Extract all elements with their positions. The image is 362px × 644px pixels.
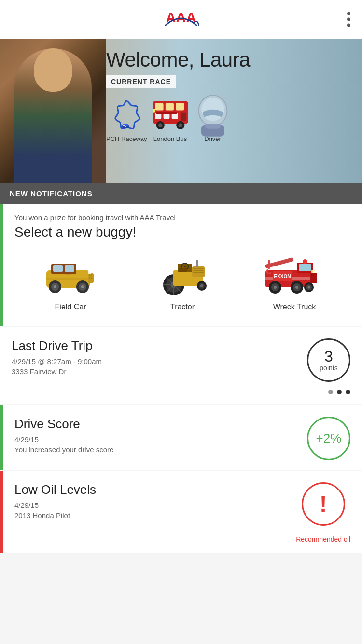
svg-point-17 — [178, 124, 182, 128]
svg-rect-29 — [65, 274, 71, 275]
svg-point-15 — [158, 124, 162, 128]
buggy-title: Select a new buggy! — [14, 224, 350, 240]
svg-point-83 — [303, 259, 307, 264]
points-label: points — [320, 364, 337, 372]
hero-section: Welcome, Laura CURRENT RACE — [0, 39, 362, 183]
svg-rect-32 — [91, 274, 92, 276]
svg-point-41 — [88, 270, 92, 274]
svg-rect-61 — [179, 268, 187, 272]
wreck-truck-label: Wreck Truck — [273, 303, 316, 311]
svg-rect-6 — [155, 103, 163, 111]
svg-point-37 — [54, 285, 56, 288]
page-dot-2 — [337, 390, 342, 394]
menu-dot-1 — [347, 12, 350, 15]
points-number: 3 — [324, 349, 333, 364]
score-value: +2% — [316, 431, 342, 446]
svg-rect-33 — [89, 277, 90, 279]
buggy-wreck-truck[interactable]: EXXON — [263, 254, 326, 311]
welcome-message: Welcome, Laura — [106, 48, 354, 71]
drive-score-description: You increased your drive score — [14, 446, 113, 454]
race-item-driver[interactable]: Driver — [194, 98, 232, 142]
menu-dot-2 — [347, 18, 350, 21]
svg-rect-50 — [192, 266, 205, 277]
drive-score-value-area: +2% — [307, 417, 350, 460]
svg-rect-8 — [176, 103, 184, 111]
svg-rect-52 — [193, 270, 204, 271]
svg-point-79 — [295, 286, 298, 289]
oil-alert-circle: ! — [302, 482, 345, 526]
buggy-options-list: Field Car — [14, 250, 350, 316]
drive-trip-score: 3 points — [307, 338, 350, 394]
svg-rect-51 — [193, 268, 204, 269]
hero-content: Welcome, Laura CURRENT RACE — [97, 39, 362, 147]
oil-title: Low Oil Levels — [14, 482, 96, 497]
driver-label: Driver — [204, 135, 221, 142]
drive-trip-date: 4/29/15 @ 8:27am - 9:00am — [12, 357, 102, 365]
svg-rect-71 — [311, 274, 312, 276]
user-photo — [0, 39, 106, 183]
pagination-dots — [328, 390, 350, 394]
buggy-tractor[interactable]: Tractor — [151, 254, 214, 311]
svg-rect-28 — [46, 278, 90, 280]
wreck-truck-image: EXXON — [263, 254, 326, 298]
tractor-image — [151, 254, 214, 298]
svg-rect-18 — [156, 112, 177, 114]
aaa-logo: AAA — [162, 7, 200, 31]
pch-raceway-label: PCH Raceway — [106, 135, 147, 142]
tractor-label: Tractor — [170, 303, 195, 311]
field-car-label: Field Car — [55, 303, 86, 311]
svg-rect-7 — [165, 103, 173, 111]
driver-icon — [194, 98, 232, 132]
drive-trip-info: Last Drive Trip 4/29/15 @ 8:27am - 9:00a… — [12, 338, 102, 376]
page-dot-1 — [328, 390, 333, 394]
drive-trip-card: Last Drive Trip 4/29/15 @ 8:27am - 9:00a… — [0, 327, 362, 404]
svg-rect-26 — [53, 265, 63, 272]
oil-level-card: Low Oil Levels 4/29/15 2013 Honda Pilot … — [0, 471, 362, 553]
buggy-selection-card: You won a prize for booking travel with … — [0, 204, 362, 326]
current-race-label: CURRENT RACE — [106, 75, 176, 88]
svg-rect-27 — [65, 265, 74, 272]
oil-vehicle: 2013 Honda Pilot — [14, 511, 96, 519]
field-car-image — [39, 254, 102, 298]
svg-rect-66 — [268, 260, 270, 269]
app-header: AAA — [0, 0, 362, 39]
race-item-bus[interactable]: London Bus — [151, 98, 190, 142]
svg-rect-73 — [311, 270, 315, 273]
svg-point-59 — [200, 284, 203, 287]
svg-point-76 — [274, 286, 277, 289]
oil-level-info: Low Oil Levels 4/29/15 2013 Honda Pilot — [14, 482, 96, 519]
svg-rect-31 — [89, 274, 90, 276]
oil-exclamation: ! — [320, 493, 327, 515]
buggy-subtitle: You won a prize for booking travel with … — [14, 213, 350, 222]
svg-rect-4 — [125, 126, 126, 127]
svg-rect-13 — [153, 109, 155, 113]
drive-score-card: Drive Score 4/29/15 You increased your d… — [0, 405, 362, 470]
svg-rect-12 — [181, 113, 186, 121]
svg-rect-60 — [196, 260, 198, 267]
buggy-field-car[interactable]: Field Car — [39, 254, 102, 311]
svg-text:AAA: AAA — [166, 10, 196, 25]
notifications-title: NEW NOTIFICATIONS — [10, 189, 93, 197]
oil-date: 4/29/15 — [14, 501, 96, 509]
london-bus-label: London Bus — [153, 135, 187, 142]
page-dot-3 — [346, 390, 350, 394]
score-circle: +2% — [307, 417, 350, 460]
svg-rect-23 — [205, 124, 221, 129]
pch-raceway-icon — [110, 98, 143, 132]
svg-text:EXXON: EXXON — [274, 274, 291, 279]
svg-rect-64 — [299, 264, 311, 271]
svg-rect-72 — [313, 274, 314, 276]
svg-point-40 — [81, 285, 84, 288]
race-item-pch[interactable]: PCH Raceway — [106, 98, 147, 142]
points-circle: 3 points — [307, 338, 350, 382]
svg-rect-53 — [193, 272, 204, 273]
oil-alert-area: ! Recommended oil — [296, 482, 350, 543]
drive-score-date: 4/29/15 — [14, 435, 113, 444]
race-items-list: PCH Raceway — [106, 98, 354, 142]
menu-button[interactable] — [347, 12, 350, 27]
notifications-header: NEW NOTIFICATIONS — [0, 183, 362, 204]
london-bus-icon — [151, 98, 190, 132]
menu-dot-3 — [347, 24, 350, 27]
svg-rect-34 — [91, 277, 92, 279]
drive-score-info: Drive Score 4/29/15 You increased your d… — [14, 417, 113, 454]
